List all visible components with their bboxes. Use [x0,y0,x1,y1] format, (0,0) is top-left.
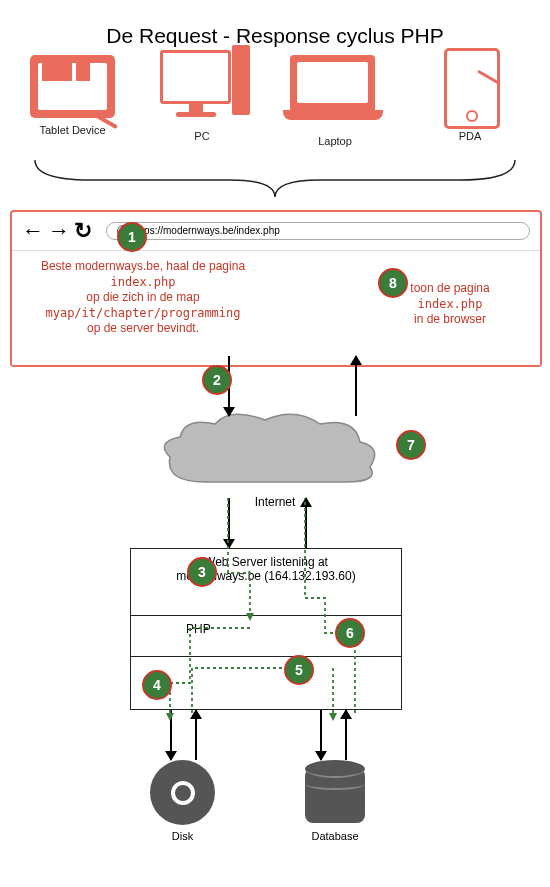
tablet-label: Tablet Device [30,124,115,136]
back-icon: ← [22,218,44,243]
database-icon [305,760,365,830]
browser-window: ←→↻ https://modernways.be/index.php Best… [10,210,542,367]
disk-label: Disk [150,830,215,842]
step-5: 5 [284,655,314,685]
database-label: Database [295,830,375,842]
svg-marker-1 [166,713,174,721]
step-2: 2 [202,365,232,395]
diagram-canvas: { "title": "De Request - Response cyclus… [0,0,550,887]
disk-icon [150,760,215,825]
step-6: 6 [335,618,365,648]
pc-label: PC [162,130,242,142]
step-8: 8 [378,268,408,298]
request-message: Beste modernways.be, haal de pagina inde… [28,259,258,337]
step-3: 3 [187,557,217,587]
pda-label: PDA [440,130,500,142]
cloud-icon [155,412,385,497]
reload-icon: ↻ [74,218,92,243]
arrow-up-1 [355,356,357,416]
laptop-label: Laptop [290,135,380,147]
svg-marker-0 [246,613,254,621]
laptop-icon [290,55,383,120]
address-bar[interactable]: https://modernways.be/index.php [106,222,530,240]
browser-body: Beste modernways.be, haal de pagina inde… [12,251,540,365]
svg-marker-3 [329,713,337,721]
step-4: 4 [142,670,172,700]
step-7: 7 [396,430,426,460]
forward-icon: → [48,218,70,243]
step-1: 1 [117,222,147,252]
pda-icon [444,48,500,129]
nav-icons: ←→↻ [22,218,96,244]
tablet-device-icon [30,55,115,118]
url-text: https://modernways.be/index.php [133,225,280,236]
browser-toolbar: ←→↻ https://modernways.be/index.php [12,212,540,251]
pc-icon [160,50,231,117]
brace-icon [30,155,520,200]
diagram-title: De Request - Response cyclus PHP [0,24,550,48]
